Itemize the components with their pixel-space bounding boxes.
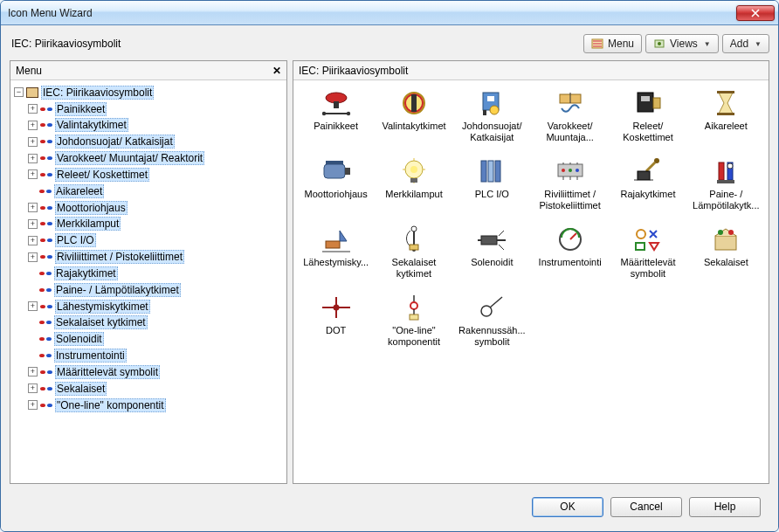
expand-icon[interactable]: + — [28, 104, 38, 114]
icon-grid[interactable]: PainikkeetValintakytkimetJohdonsuojat/ K… — [293, 80, 769, 483]
grid-item[interactable]: Riviliittimet / Pistokeliittimet — [531, 154, 609, 215]
tree-node[interactable]: +PLC I/O — [28, 231, 285, 248]
grid-item[interactable]: Sekalaiset — [687, 222, 765, 283]
cancel-button[interactable]: Cancel — [610, 497, 682, 517]
grid-item[interactable]: PLC I/O — [453, 154, 531, 215]
symbol-icon — [40, 218, 52, 229]
tree-node-label: Solenoidit — [54, 332, 104, 346]
tree[interactable]: −IEC: Piirikaaviosymbolit+Painikkeet+Val… — [10, 80, 286, 483]
tree-node[interactable]: Solenoidit — [28, 330, 285, 347]
add-button-label: Add — [730, 38, 748, 50]
expand-icon[interactable]: + — [28, 137, 38, 147]
terminals-icon — [549, 155, 591, 187]
tree-node[interactable]: +Määrittelevät symbolit — [28, 363, 285, 380]
symbol-icon — [39, 334, 52, 344]
grid-item[interactable]: Määrittelevät symbolit — [609, 222, 686, 283]
tree-node[interactable]: +Varokkeet/ Muuntajat/ Reaktorit — [28, 149, 285, 166]
grid-item[interactable]: Sekalaiset kytkimet — [375, 222, 452, 283]
close-button[interactable] — [736, 5, 775, 21]
tree-node[interactable]: Sekalaiset kytkimet — [28, 314, 285, 331]
grid-item[interactable]: DOT — [297, 290, 375, 351]
add-button[interactable]: Add ▼ — [722, 34, 769, 53]
tree-node-label: Sekalaiset — [55, 382, 107, 396]
grid-item[interactable]: "One-line" komponentit — [375, 290, 452, 351]
grid-item[interactable]: Aikareleet — [687, 86, 765, 147]
expand-icon[interactable]: + — [28, 301, 38, 311]
expand-icon[interactable]: + — [28, 169, 38, 179]
symbol-icon — [40, 153, 52, 163]
tree-node[interactable]: +Valintakytkimet — [28, 117, 285, 134]
grid-item-label: Sekalaiset kytkimet — [378, 257, 450, 280]
grid-item[interactable]: Instrumentointi — [531, 222, 609, 283]
symbol-icon — [40, 252, 52, 262]
tree-node[interactable]: +Releet/ Koskettimet — [28, 166, 285, 183]
expand-icon[interactable]: + — [28, 367, 38, 377]
expand-icon[interactable]: + — [28, 383, 38, 393]
grid-item[interactable]: Moottoriohjaus — [297, 154, 375, 215]
titlebar: Icon Menu Wizard — [1, 1, 778, 25]
svg-point-2 — [658, 42, 661, 45]
menu-button[interactable]: Menu — [583, 34, 642, 53]
tree-node-label: Sekalaiset kytkimet — [54, 315, 148, 329]
content-title: IEC: Piirikaaviosymbolit — [10, 38, 580, 50]
grid-item-label: Rakennussäh... symbolit — [456, 325, 527, 348]
tree-node[interactable]: +Painikkeet — [28, 100, 285, 117]
expand-icon[interactable]: + — [28, 219, 38, 229]
tree-node-label: Riviliittimet / Pistokeliittimet — [55, 250, 184, 264]
pushbutton-icon — [315, 87, 357, 119]
expand-icon[interactable]: + — [28, 121, 38, 130]
symbol-icon — [39, 350, 52, 361]
grid-item[interactable]: Johdonsuojat/ Katkaisijat — [453, 86, 531, 147]
grid-item-label: Solenoidit — [471, 257, 513, 268]
symbol-icon — [39, 268, 52, 279]
collapse-icon[interactable]: − — [14, 87, 24, 97]
tree-node[interactable]: Instrumentointi — [28, 347, 285, 363]
tree-panel-header: Menu ✕ — [10, 61, 286, 80]
views-button[interactable]: Views ▼ — [645, 34, 719, 53]
grid-item[interactable]: Rakennussäh... symbolit — [453, 290, 531, 351]
grid-item[interactable]: Painikkeet — [297, 86, 375, 147]
solenoid-icon — [471, 224, 513, 255]
tree-node[interactable]: Paine- / Lämpötilakytkimet — [28, 281, 285, 298]
grid-item[interactable]: Paine- / Lämpötilakytk... — [687, 154, 765, 215]
misc-switch-icon — [393, 224, 435, 255]
tree-panel-close[interactable]: ✕ — [272, 65, 281, 77]
expand-icon[interactable]: + — [28, 236, 38, 245]
tree-node[interactable]: +Lähestymiskytkimet — [28, 298, 285, 314]
grid-item[interactable]: Solenoidit — [453, 222, 531, 283]
grid-item[interactable]: Lähestymisky... — [297, 222, 375, 283]
grid-item-label: DOT — [326, 325, 346, 336]
help-button[interactable]: Help — [689, 497, 761, 517]
tree-node[interactable]: +Moottoriohjaus — [28, 199, 285, 216]
tree-node[interactable]: Aikareleet — [28, 183, 285, 199]
grid-item-label: PLC I/O — [475, 189, 509, 200]
tree-node[interactable]: Rajakytkimet — [28, 265, 285, 281]
expand-icon[interactable]: + — [28, 252, 38, 262]
tree-node[interactable]: +Sekalaiset — [28, 380, 285, 397]
tree-node[interactable]: +Merkkilamput — [28, 216, 285, 232]
icon-panel-title: IEC: Piirikaaviosymbolit — [299, 65, 408, 77]
grid-item[interactable]: Varokkeet/ Muuntaja... — [531, 86, 609, 147]
ok-button[interactable]: OK — [532, 497, 603, 517]
tree-node-label: Moottoriohjaus — [55, 201, 128, 215]
close-icon — [751, 9, 760, 17]
grid-item[interactable]: Valintakytkimet — [375, 86, 452, 147]
grid-item[interactable]: Releet/ Koskettimet — [609, 86, 686, 147]
symbol-icon — [40, 169, 52, 180]
grid-item-label: Instrumentointi — [539, 257, 602, 268]
grid-item-label: Lähestymisky... — [303, 257, 369, 268]
expand-icon[interactable]: + — [28, 154, 38, 163]
tree-node[interactable]: +"One-line" komponentit — [28, 397, 285, 413]
expand-icon[interactable]: + — [28, 203, 38, 212]
grid-item[interactable]: Rajakytkimet — [609, 154, 686, 215]
gauge-icon — [549, 224, 591, 255]
tree-root-node[interactable]: −IEC: Piirikaaviosymbolit+Painikkeet+Val… — [14, 84, 285, 413]
tree-node[interactable]: +Johdonsuojat/ Katkaisijat — [28, 133, 285, 149]
panels: Menu ✕ −IEC: Piirikaaviosymbolit+Painikk… — [10, 60, 769, 484]
grid-item[interactable]: Merkkilamput — [375, 154, 452, 215]
tree-node[interactable]: +Riviliittimet / Pistokeliittimet — [28, 248, 285, 265]
tree-node-label: Releet/ Koskettimet — [55, 168, 149, 182]
expand-icon[interactable]: + — [28, 400, 38, 410]
tree-panel-title: Menu — [16, 65, 42, 77]
limit-switch-icon — [627, 155, 669, 187]
